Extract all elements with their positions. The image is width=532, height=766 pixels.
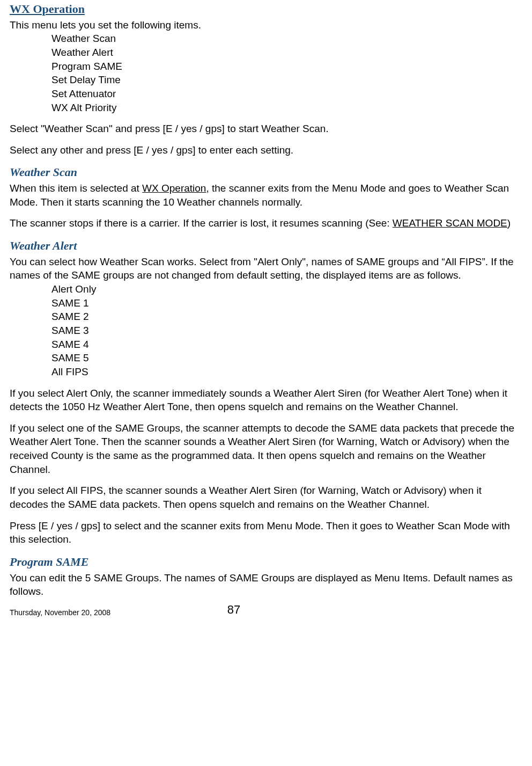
list-item: Weather Alert: [51, 46, 522, 60]
menu-item-list: Weather Scan Weather Alert Program SAME …: [51, 32, 522, 114]
list-item: WX Alt Priority: [51, 101, 522, 115]
paragraph: The scanner stops if there is a carrier.…: [10, 216, 522, 230]
link-text: WEATHER SCAN MODE: [393, 217, 507, 229]
section-heading-wx-operation: WX Operation: [10, 1, 522, 17]
paragraph: You can select how Weather Scan works. S…: [10, 255, 522, 282]
paragraph: Select "Weather Scan" and press [E / yes…: [10, 122, 522, 136]
subsection-heading-weather-scan: Weather Scan: [10, 164, 522, 180]
list-item: SAME 5: [51, 351, 522, 365]
subsection-heading-program-same: Program SAME: [10, 554, 522, 570]
list-item: SAME 4: [51, 338, 522, 352]
footer-date: Thursday, November 20, 2008: [10, 608, 181, 618]
paragraph: Press [E / yes / gps] to select and the …: [10, 519, 522, 546]
paragraph: If you select one of the SAME Groups, th…: [10, 421, 522, 477]
list-item: All FIPS: [51, 365, 522, 379]
text: ): [507, 217, 511, 229]
paragraph: If you select All FIPS, the scanner soun…: [10, 484, 522, 511]
list-item: Set Attenuator: [51, 87, 522, 101]
list-item: SAME 2: [51, 310, 522, 324]
list-item: Alert Only: [51, 282, 522, 296]
paragraph: This menu lets you set the following ite…: [10, 18, 522, 32]
list-item: SAME 3: [51, 324, 522, 338]
page-number: 87: [227, 603, 240, 616]
link-text: WX Operation: [142, 183, 206, 194]
list-item: Weather Scan: [51, 32, 522, 46]
list-item: SAME 1: [51, 296, 522, 310]
subsection-heading-weather-alert: Weather Alert: [10, 238, 522, 254]
paragraph: You can edit the 5 SAME Groups. The name…: [10, 571, 522, 599]
page-footer: Thursday, November 20, 2008 87: [10, 602, 522, 618]
text: When this item is selected at: [10, 183, 142, 194]
list-item: Program SAME: [51, 60, 522, 74]
paragraph: When this item is selected at WX Operati…: [10, 181, 522, 209]
paragraph: If you select Alert Only, the scanner im…: [10, 386, 522, 414]
text: The scanner stops if there is a carrier.…: [10, 217, 393, 229]
menu-item-list: Alert Only SAME 1 SAME 2 SAME 3 SAME 4 S…: [51, 282, 522, 378]
list-item: Set Delay Time: [51, 73, 522, 87]
paragraph: Select any other and press [E / yes / gp…: [10, 143, 522, 157]
